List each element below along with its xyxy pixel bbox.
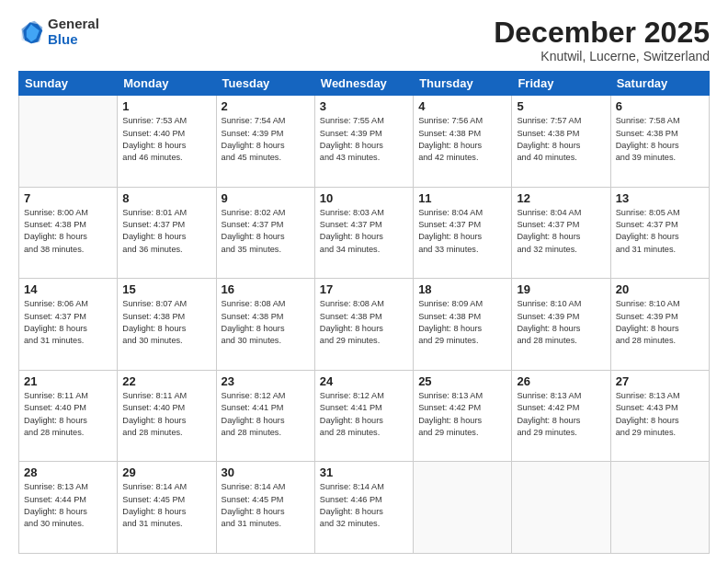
cell-info: Sunrise: 8:04 AMSunset: 4:37 PMDaylight:… <box>517 207 605 256</box>
calendar-cell <box>414 462 512 554</box>
calendar-cell: 7Sunrise: 8:00 AMSunset: 4:38 PMDaylight… <box>19 187 118 279</box>
day-header-friday: Friday <box>512 72 610 96</box>
calendar-cell: 20Sunrise: 8:10 AMSunset: 4:39 PMDayligh… <box>610 279 709 371</box>
calendar-cell: 30Sunrise: 8:14 AMSunset: 4:45 PMDayligh… <box>216 462 314 554</box>
day-number: 11 <box>418 191 506 205</box>
day-number: 28 <box>24 465 112 479</box>
calendar-cell: 26Sunrise: 8:13 AMSunset: 4:42 PMDayligh… <box>512 370 610 462</box>
cell-info: Sunrise: 8:13 AMSunset: 4:44 PMDaylight:… <box>24 481 112 530</box>
cell-info: Sunrise: 8:00 AMSunset: 4:38 PMDaylight:… <box>24 207 112 256</box>
day-number: 21 <box>24 374 112 388</box>
calendar-cell: 18Sunrise: 8:09 AMSunset: 4:38 PMDayligh… <box>414 279 512 371</box>
day-number: 3 <box>320 99 408 113</box>
cell-info: Sunrise: 8:06 AMSunset: 4:37 PMDaylight:… <box>24 298 112 347</box>
day-number: 12 <box>517 191 605 205</box>
calendar-cell: 31Sunrise: 8:14 AMSunset: 4:46 PMDayligh… <box>314 462 413 554</box>
cell-info: Sunrise: 8:07 AMSunset: 4:38 PMDaylight:… <box>122 298 210 347</box>
cell-info: Sunrise: 8:08 AMSunset: 4:38 PMDaylight:… <box>222 298 310 347</box>
calendar-cell: 1Sunrise: 7:53 AMSunset: 4:40 PMDaylight… <box>118 96 216 188</box>
day-header-sunday: Sunday <box>19 72 118 96</box>
day-header-tuesday: Tuesday <box>216 72 314 96</box>
calendar-cell: 8Sunrise: 8:01 AMSunset: 4:37 PMDaylight… <box>118 187 216 279</box>
calendar-cell: 10Sunrise: 8:03 AMSunset: 4:37 PMDayligh… <box>314 187 413 279</box>
calendar-cell <box>512 462 610 554</box>
day-number: 19 <box>517 282 605 296</box>
calendar-cell: 21Sunrise: 8:11 AMSunset: 4:40 PMDayligh… <box>19 370 118 462</box>
calendar-cell: 27Sunrise: 8:13 AMSunset: 4:43 PMDayligh… <box>610 370 709 462</box>
day-number: 2 <box>222 99 310 113</box>
header: General Blue December 2025 Knutwil, Luce… <box>18 17 710 63</box>
day-number: 4 <box>418 99 506 113</box>
calendar-cell: 12Sunrise: 8:04 AMSunset: 4:37 PMDayligh… <box>512 187 610 279</box>
day-number: 25 <box>418 374 506 388</box>
day-header-wednesday: Wednesday <box>314 72 413 96</box>
calendar-cell: 23Sunrise: 8:12 AMSunset: 4:41 PMDayligh… <box>216 370 314 462</box>
calendar-cell: 13Sunrise: 8:05 AMSunset: 4:37 PMDayligh… <box>610 187 709 279</box>
logo-blue: Blue <box>48 32 99 48</box>
cell-info: Sunrise: 8:10 AMSunset: 4:39 PMDaylight:… <box>517 298 605 347</box>
day-number: 18 <box>418 282 506 296</box>
day-header-monday: Monday <box>118 72 216 96</box>
cell-info: Sunrise: 8:08 AMSunset: 4:38 PMDaylight:… <box>320 298 408 347</box>
cell-info: Sunrise: 7:58 AMSunset: 4:38 PMDaylight:… <box>616 115 704 164</box>
cell-info: Sunrise: 8:14 AMSunset: 4:45 PMDaylight:… <box>222 481 310 530</box>
day-number: 5 <box>517 99 605 113</box>
calendar-cell: 17Sunrise: 8:08 AMSunset: 4:38 PMDayligh… <box>314 279 413 371</box>
day-number: 22 <box>122 374 210 388</box>
logo-text: General Blue <box>48 17 99 47</box>
calendar-cell <box>19 96 118 188</box>
week-row-3: 14Sunrise: 8:06 AMSunset: 4:37 PMDayligh… <box>19 279 710 371</box>
cell-info: Sunrise: 8:11 AMSunset: 4:40 PMDaylight:… <box>24 390 112 439</box>
month-title: December 2025 <box>494 17 710 49</box>
calendar-cell: 3Sunrise: 7:55 AMSunset: 4:39 PMDaylight… <box>314 96 413 188</box>
cell-info: Sunrise: 8:13 AMSunset: 4:42 PMDaylight:… <box>418 390 506 439</box>
cell-info: Sunrise: 7:54 AMSunset: 4:39 PMDaylight:… <box>222 115 310 164</box>
logo-icon <box>18 19 44 45</box>
week-row-2: 7Sunrise: 8:00 AMSunset: 4:38 PMDaylight… <box>19 187 710 279</box>
day-number: 6 <box>616 99 704 113</box>
week-row-5: 28Sunrise: 8:13 AMSunset: 4:44 PMDayligh… <box>19 462 710 554</box>
calendar-cell: 19Sunrise: 8:10 AMSunset: 4:39 PMDayligh… <box>512 279 610 371</box>
day-header-thursday: Thursday <box>414 72 512 96</box>
logo-general: General <box>48 17 99 32</box>
calendar-cell: 6Sunrise: 7:58 AMSunset: 4:38 PMDaylight… <box>610 96 709 188</box>
day-number: 1 <box>122 99 210 113</box>
location: Knutwil, Lucerne, Switzerland <box>494 49 710 63</box>
day-number: 20 <box>616 282 704 296</box>
calendar-cell: 5Sunrise: 7:57 AMSunset: 4:38 PMDaylight… <box>512 96 610 188</box>
calendar-cell: 2Sunrise: 7:54 AMSunset: 4:39 PMDaylight… <box>216 96 314 188</box>
cell-info: Sunrise: 8:10 AMSunset: 4:39 PMDaylight:… <box>616 298 704 347</box>
cell-info: Sunrise: 8:01 AMSunset: 4:37 PMDaylight:… <box>122 207 210 256</box>
calendar-cell: 25Sunrise: 8:13 AMSunset: 4:42 PMDayligh… <box>414 370 512 462</box>
cell-info: Sunrise: 7:53 AMSunset: 4:40 PMDaylight:… <box>122 115 210 164</box>
day-number: 30 <box>222 465 310 479</box>
calendar-table: SundayMondayTuesdayWednesdayThursdayFrid… <box>18 71 710 554</box>
calendar-cell: 14Sunrise: 8:06 AMSunset: 4:37 PMDayligh… <box>19 279 118 371</box>
day-header-saturday: Saturday <box>610 72 709 96</box>
logo: General Blue <box>18 17 99 47</box>
cell-info: Sunrise: 8:13 AMSunset: 4:43 PMDaylight:… <box>616 390 704 439</box>
cell-info: Sunrise: 8:04 AMSunset: 4:37 PMDaylight:… <box>418 207 506 256</box>
week-row-4: 21Sunrise: 8:11 AMSunset: 4:40 PMDayligh… <box>19 370 710 462</box>
day-number: 15 <box>122 282 210 296</box>
calendar-cell: 22Sunrise: 8:11 AMSunset: 4:40 PMDayligh… <box>118 370 216 462</box>
day-number: 8 <box>122 191 210 205</box>
calendar-cell: 16Sunrise: 8:08 AMSunset: 4:38 PMDayligh… <box>216 279 314 371</box>
day-number: 10 <box>320 191 408 205</box>
day-number: 17 <box>320 282 408 296</box>
cell-info: Sunrise: 7:57 AMSunset: 4:38 PMDaylight:… <box>517 115 605 164</box>
day-number: 16 <box>222 282 310 296</box>
page: General Blue December 2025 Knutwil, Luce… <box>0 0 728 563</box>
calendar-cell: 9Sunrise: 8:02 AMSunset: 4:37 PMDaylight… <box>216 187 314 279</box>
cell-info: Sunrise: 8:02 AMSunset: 4:37 PMDaylight:… <box>222 207 310 256</box>
cell-info: Sunrise: 8:12 AMSunset: 4:41 PMDaylight:… <box>222 390 310 439</box>
cell-info: Sunrise: 8:14 AMSunset: 4:46 PMDaylight:… <box>320 481 408 530</box>
day-number: 29 <box>122 465 210 479</box>
title-block: December 2025 Knutwil, Lucerne, Switzerl… <box>494 17 710 63</box>
calendar-cell: 28Sunrise: 8:13 AMSunset: 4:44 PMDayligh… <box>19 462 118 554</box>
calendar-cell: 11Sunrise: 8:04 AMSunset: 4:37 PMDayligh… <box>414 187 512 279</box>
cell-info: Sunrise: 8:05 AMSunset: 4:37 PMDaylight:… <box>616 207 704 256</box>
calendar-cell: 4Sunrise: 7:56 AMSunset: 4:38 PMDaylight… <box>414 96 512 188</box>
day-number: 31 <box>320 465 408 479</box>
cell-info: Sunrise: 7:55 AMSunset: 4:39 PMDaylight:… <box>320 115 408 164</box>
